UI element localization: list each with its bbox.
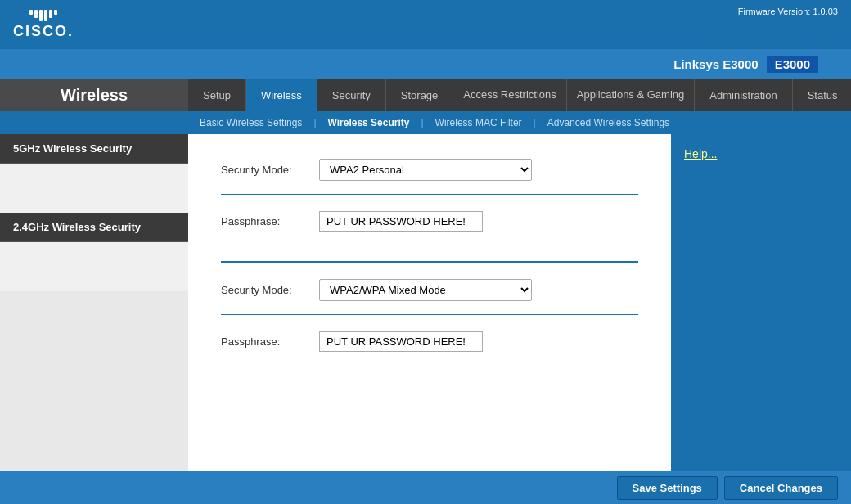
sidebar-24ghz-title: 2.4GHz Wireless Security (0, 213, 188, 242)
24ghz-passphrase-label: Passphrase: (221, 335, 319, 348)
main-form-panel: Security Mode: WPA2 Personal Disabled WP… (188, 134, 671, 504)
cancel-changes-button[interactable]: Cancel Changes (724, 476, 838, 500)
firmware-info: Firmware Version: 1.0.03 (738, 7, 838, 16)
brand-label: Linksys E3000 (673, 57, 758, 71)
nav-top-bar: Linksys E3000 E3000 (0, 49, 851, 79)
5ghz-passphrase-input[interactable] (319, 211, 483, 232)
sub-nav-security[interactable]: Wireless Security (317, 117, 421, 128)
sub-nav: Basic Wireless Settings | Wireless Secur… (0, 111, 851, 134)
5ghz-passphrase-label: Passphrase: (221, 215, 319, 227)
cisco-logo: CISCO. (13, 10, 74, 40)
24ghz-security-mode-select[interactable]: WPA2/WPA Mixed Mode Disabled WPA Persona… (319, 279, 532, 301)
wireless-title: Wireless (61, 86, 128, 105)
nav-item-apps[interactable]: Applications & Gaming (567, 79, 696, 111)
24ghz-security-mode-label: Security Mode: (221, 284, 319, 296)
sidebar-nav-title: Wireless (0, 79, 188, 111)
24ghz-passphrase-wrap (319, 331, 638, 352)
bar1 (29, 10, 33, 15)
save-settings-button[interactable]: Save Settings (617, 476, 718, 500)
bar6 (54, 10, 57, 15)
nav-item-security[interactable]: Security (317, 79, 386, 111)
bar4 (44, 10, 47, 21)
model-label: E3000 (767, 56, 818, 73)
section-divider (221, 261, 638, 263)
cisco-bars (29, 10, 57, 21)
main-nav: Wireless Setup Wireless Security Storage… (0, 79, 851, 111)
24ghz-security-mode-wrap: WPA2/WPA Mixed Mode Disabled WPA Persona… (319, 279, 638, 301)
page-wrapper: CISCO. Firmware Version: 1.0.03 Linksys … (0, 0, 851, 504)
sidebar: 5GHz Wireless Security 2.4GHz Wireless S… (0, 134, 188, 504)
nav-item-wireless[interactable]: Wireless (246, 79, 317, 111)
sidebar-5ghz-content (0, 164, 188, 213)
page-body: 5GHz Wireless Security 2.4GHz Wireless S… (0, 134, 851, 504)
bar2 (34, 10, 38, 18)
24ghz-passphrase-input[interactable] (319, 331, 483, 352)
24ghz-form-section: Security Mode: WPA2/WPA Mixed Mode Disab… (221, 279, 638, 365)
nav-item-admin[interactable]: Administration (695, 79, 792, 111)
nav-item-storage[interactable]: Storage (386, 79, 454, 111)
content-area: Security Mode: WPA2 Personal Disabled WP… (188, 134, 851, 504)
5ghz-security-mode-wrap: WPA2 Personal Disabled WPA Personal WPA2… (319, 159, 638, 181)
5ghz-security-mode-label: Security Mode: (221, 164, 319, 176)
5ghz-passphrase-wrap (319, 211, 638, 232)
bar5 (49, 10, 52, 18)
help-link[interactable]: Help... (684, 147, 717, 160)
sub-nav-basic[interactable]: Basic Wireless Settings (188, 117, 313, 128)
cisco-wordmark: CISCO. (13, 23, 74, 40)
sub-nav-advanced[interactable]: Advanced Wireless Settings (536, 117, 681, 128)
5ghz-security-mode-row: Security Mode: WPA2 Personal Disabled WP… (221, 159, 638, 195)
sidebar-5ghz-title: 5GHz Wireless Security (0, 134, 188, 164)
nav-item-access[interactable]: Access Restrictions (453, 79, 566, 111)
right-panel: Help... (671, 134, 851, 504)
5ghz-passphrase-row: Passphrase: (221, 211, 638, 245)
24ghz-passphrase-row: Passphrase: (221, 331, 638, 365)
5ghz-form-section: Security Mode: WPA2 Personal Disabled WP… (221, 159, 638, 245)
header-top: CISCO. Firmware Version: 1.0.03 (0, 0, 851, 49)
nav-item-status[interactable]: Status (793, 79, 851, 111)
page-footer: Save Settings Cancel Changes (0, 471, 851, 504)
nav-item-setup[interactable]: Setup (188, 79, 246, 111)
sub-nav-mac[interactable]: Wireless MAC Filter (424, 117, 534, 128)
bar3 (39, 10, 43, 21)
sidebar-24ghz-content (0, 242, 188, 291)
24ghz-security-mode-row: Security Mode: WPA2/WPA Mixed Mode Disab… (221, 279, 638, 315)
5ghz-security-mode-select[interactable]: WPA2 Personal Disabled WPA Personal WPA2… (319, 159, 532, 181)
